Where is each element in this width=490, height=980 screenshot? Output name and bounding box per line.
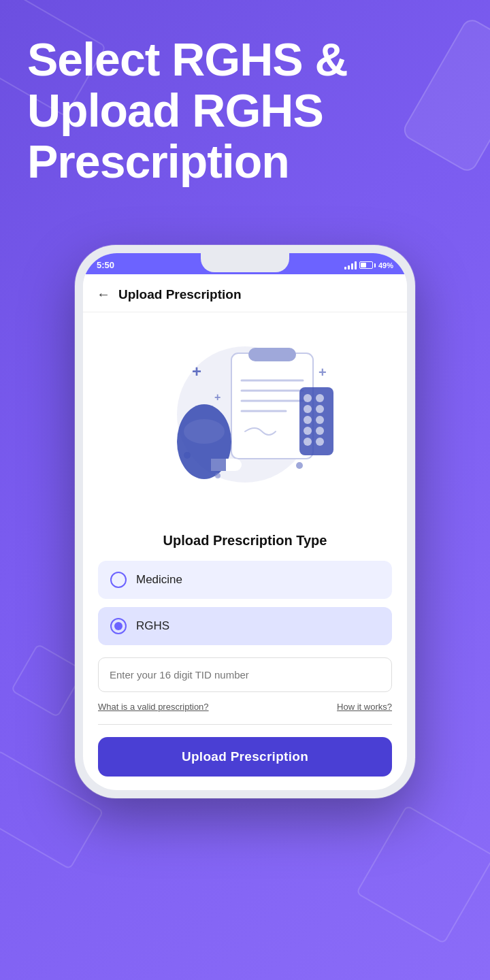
radio-option-medicine[interactable]: Medicine — [98, 561, 392, 599]
tid-input[interactable] — [98, 657, 392, 692]
battery-percent: 49% — [378, 261, 393, 270]
battery-icon — [359, 261, 376, 269]
svg-point-16 — [304, 438, 312, 446]
app-header-bar: ← Upload Prescription — [83, 274, 407, 312]
svg-rect-21 — [211, 459, 226, 471]
phone-notch — [201, 253, 289, 272]
svg-point-13 — [316, 416, 324, 424]
page-title: Select RGHS & Upload RGHS Prescription — [27, 34, 463, 186]
form-area: Upload Prescription Type Medicine RGHS W… — [83, 517, 407, 790]
how-it-works-link[interactable]: How it works? — [337, 702, 392, 712]
illustration-area: + + + — [83, 312, 407, 517]
phone-screen: 5:50 49% — [83, 253, 407, 790]
svg-point-12 — [304, 416, 312, 424]
helper-links: What is a valid prescription? How it wor… — [98, 702, 392, 725]
svg-point-17 — [316, 438, 324, 446]
radio-label-medicine: Medicine — [136, 573, 182, 587]
svg-point-27 — [215, 473, 220, 478]
valid-prescription-link[interactable]: What is a valid prescription? — [98, 702, 209, 712]
phone-outer-shell: 5:50 49% — [75, 245, 415, 798]
svg-point-25 — [184, 452, 191, 459]
radio-option-rghs[interactable]: RGHS — [98, 607, 392, 645]
back-button[interactable]: ← — [97, 287, 110, 302]
prescription-illustration: + + + — [150, 333, 340, 496]
phone-mockup: 5:50 49% — [75, 245, 415, 798]
svg-point-19 — [184, 419, 225, 444]
svg-text:+: + — [318, 365, 327, 380]
svg-point-9 — [316, 394, 324, 402]
app-header-title: Upload Prescription — [118, 287, 242, 302]
signal-icon — [344, 261, 357, 270]
upload-prescription-button[interactable]: Upload Prescription — [98, 737, 392, 777]
status-bar: 5:50 49% — [83, 253, 407, 274]
svg-point-8 — [304, 394, 312, 402]
status-time: 5:50 — [97, 260, 114, 270]
svg-rect-2 — [248, 348, 296, 361]
radio-label-rghs: RGHS — [136, 619, 169, 633]
svg-point-26 — [296, 462, 303, 469]
hex-deco-br — [356, 805, 490, 945]
svg-point-10 — [304, 405, 312, 413]
radio-circle-rghs — [110, 618, 127, 634]
hex-deco-mid — [10, 643, 84, 717]
svg-point-14 — [304, 427, 312, 435]
form-title: Upload Prescription Type — [98, 533, 392, 549]
svg-text:+: + — [214, 391, 220, 403]
radio-circle-medicine — [110, 572, 127, 588]
status-icons: 49% — [344, 261, 393, 270]
svg-text:+: + — [192, 362, 201, 380]
svg-point-15 — [316, 427, 324, 435]
svg-point-11 — [316, 405, 324, 413]
page-header: Select RGHS & Upload RGHS Prescription — [27, 34, 463, 186]
